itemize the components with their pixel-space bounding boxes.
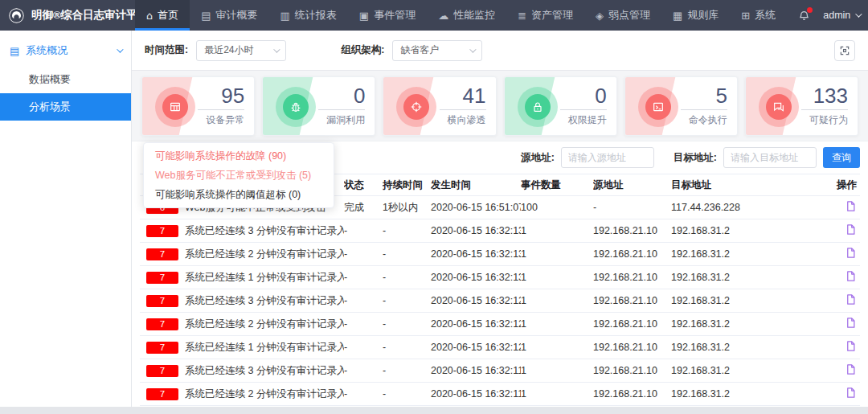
query-button[interactable]: 查询: [823, 147, 860, 168]
stat-card-0[interactable]: 95设备异常: [141, 76, 255, 136]
crosshair-icon: [403, 94, 429, 120]
table-row: 7系统已经连续 3 分钟没有审计记录入库--2020-06-15 16:32:1…: [140, 359, 860, 383]
nav-item-event-mgmt[interactable]: ▣事件管理: [348, 0, 427, 31]
brand: 明御®综合日志审计平台: [0, 0, 135, 31]
stat-label: 横向渗透: [440, 113, 486, 127]
nav-item-label: 首页: [158, 8, 178, 23]
stat-cards: 95设备异常0漏洞利用41横向渗透0权限提升5命令执行133可疑行为: [132, 71, 868, 141]
lock-icon: [525, 94, 551, 120]
level-badge: 7: [146, 388, 178, 400]
audit-icon: ▤: [201, 10, 211, 22]
detail-document-icon[interactable]: [845, 247, 857, 259]
horizontal-scrollbar[interactable]: [0, 407, 868, 414]
rule-icon: ▦: [673, 10, 682, 22]
duration: -: [383, 295, 431, 306]
alarm-dropdown-item[interactable]: 可能影响系统操作的阈值超标 (0): [144, 185, 334, 204]
alarm-table: 状态持续时间发生时间事件数量源地址目标地址操作6Web服务可能不正常或受到攻击完…: [132, 174, 868, 406]
occur-time: 2020-06-15 16:32:12: [431, 295, 521, 306]
event-count: 1: [521, 388, 593, 400]
target-address-input[interactable]: [723, 147, 817, 168]
level-badge: 7: [146, 272, 178, 284]
status: -: [344, 342, 383, 353]
stat-value: 95: [198, 84, 244, 108]
sidebar-item-analysis-scene[interactable]: 分析场景: [0, 93, 131, 121]
stat-card-1[interactable]: 0漏洞利用: [262, 76, 375, 136]
source-address-input[interactable]: [561, 147, 654, 168]
stat-card-5[interactable]: 133可疑行为: [745, 76, 858, 136]
detail-document-icon[interactable]: [845, 200, 857, 212]
detail-document-icon[interactable]: [845, 223, 857, 236]
chevron-down-icon: [117, 46, 123, 52]
stat-card-3[interactable]: 0权限提升: [504, 76, 617, 136]
card-right: 0漏洞利用: [318, 84, 365, 127]
table-row: 7系统已经连续 2 分钟没有审计记录入库--2020-06-15 16:32:1…: [140, 243, 860, 266]
weakness-icon: ◈: [596, 10, 604, 22]
duration: -: [383, 225, 431, 236]
org-value: 缺省客户: [400, 43, 439, 57]
alarm-dropdown-item[interactable]: Web服务可能不正常或受到攻击 (5): [144, 166, 334, 185]
chart-icon: ▥: [280, 10, 290, 22]
nav-item-perf-monitor[interactable]: ☁性能监控: [427, 0, 506, 31]
event-count: 1: [521, 365, 593, 376]
status: -: [344, 365, 383, 376]
device-grid-icon: [162, 94, 188, 120]
nav-item-system[interactable]: ⊞系统: [730, 0, 787, 31]
alarm-name: 系统已经连续 3 分钟没有审计记录入库: [185, 294, 344, 308]
stat-card-2[interactable]: 41横向渗透: [383, 76, 496, 136]
fullscreen-button[interactable]: [834, 40, 855, 61]
nav-item-label: 统计报表: [295, 8, 337, 23]
detail-document-icon[interactable]: [845, 363, 857, 375]
divider: [440, 109, 486, 110]
detail-document-icon[interactable]: [845, 293, 857, 305]
stat-value: 41: [440, 84, 486, 108]
card-right: 41横向渗透: [440, 84, 486, 127]
occur-time: 2020-06-15 16:32:12: [431, 318, 521, 330]
alarm-name: 系统已经连续 2 分钟没有审计记录入库: [185, 318, 344, 331]
time-range-select[interactable]: 最近24小时: [196, 40, 286, 61]
source-address: 192.168.21.10: [593, 342, 671, 353]
source-address: 192.168.21.10: [593, 295, 671, 306]
brand-logo-icon: [8, 7, 25, 24]
level-badge: 7: [146, 318, 178, 330]
source-address: 192.168.21.10: [593, 388, 671, 400]
alarm-dropdown-item[interactable]: 可能影响系统操作的故障 (90): [144, 146, 334, 166]
nav-item-asset-mgmt[interactable]: ≣资产管理: [506, 0, 584, 31]
event-count: 100: [521, 202, 593, 213]
monitor-icon: ☁: [438, 10, 448, 22]
nav-item-label: 规则库: [687, 8, 719, 23]
stat-card-4[interactable]: 5命令执行: [624, 76, 738, 136]
occur-time: 2020-06-15 16:32:11: [431, 388, 521, 400]
detail-document-icon[interactable]: [845, 270, 857, 282]
sidebar-group-label: 系统概况: [26, 43, 68, 58]
divider: [681, 109, 727, 110]
column-header: 发生时间: [431, 178, 521, 192]
target-address: 192.168.31.2: [671, 295, 827, 306]
detail-document-icon[interactable]: [845, 387, 857, 399]
nav-item-audit-overview[interactable]: ▤审计概要: [190, 0, 268, 31]
nav-item-stats-report[interactable]: ▥统计报表: [269, 0, 348, 31]
sidebar-item-data-summary[interactable]: 数据概要: [0, 66, 131, 93]
duration: -: [383, 272, 431, 283]
notification-bell-icon[interactable]: [798, 10, 810, 22]
nav-item-rule-lib[interactable]: ▦规则库: [661, 0, 730, 31]
org-label: 组织架构:: [341, 43, 384, 57]
detail-document-icon[interactable]: [845, 340, 857, 352]
menu-book-icon: ▤: [10, 45, 19, 57]
icon-halo: [155, 87, 195, 127]
stat-value: 133: [801, 84, 848, 108]
status: 完成: [344, 201, 383, 215]
sidebar-group-system-overview[interactable]: ▤ 系统概况: [0, 35, 131, 66]
card-right: 5命令执行: [681, 84, 727, 127]
column-header: 事件数量: [521, 178, 593, 192]
nav-item-home[interactable]: ⌂首页: [135, 0, 190, 31]
occur-time: 2020-06-15 16:32:13: [431, 225, 521, 236]
nav-right: admin: [787, 0, 868, 31]
target-address: 192.168.31.2: [671, 388, 827, 400]
level-badge: 7: [146, 248, 178, 260]
notification-dot: [807, 7, 813, 13]
column-header: 目标地址: [671, 178, 827, 192]
detail-document-icon[interactable]: [845, 317, 857, 329]
org-select[interactable]: 缺省客户: [392, 40, 482, 61]
nav-item-weakness-mgmt[interactable]: ◈弱点管理: [584, 0, 661, 31]
user-menu[interactable]: admin: [823, 10, 860, 21]
